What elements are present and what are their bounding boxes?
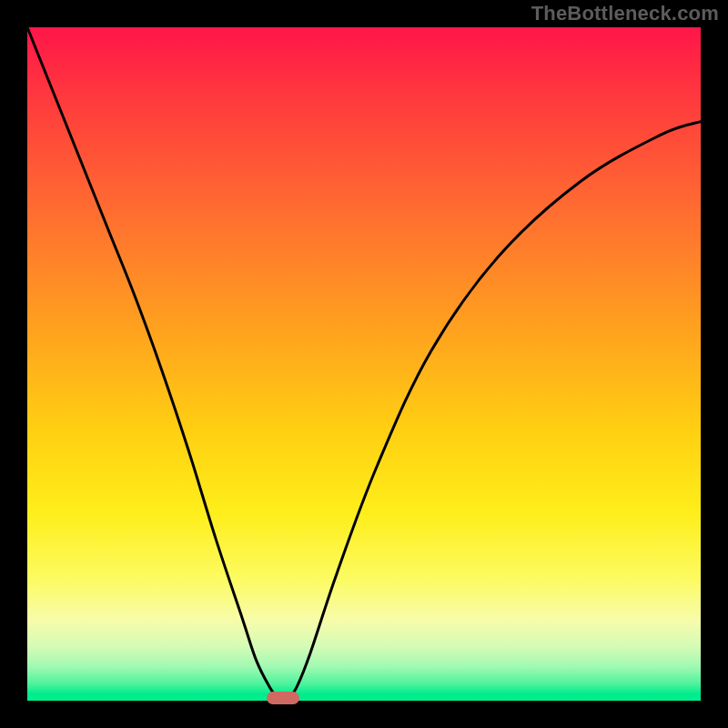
watermark-text: TheBottleneck.com: [531, 2, 719, 25]
curve-svg: [27, 27, 701, 701]
minimum-marker: [267, 692, 299, 704]
plot-area: [27, 27, 701, 701]
chart-frame: TheBottleneck.com: [0, 0, 728, 728]
bottleneck-curve: [27, 27, 701, 701]
